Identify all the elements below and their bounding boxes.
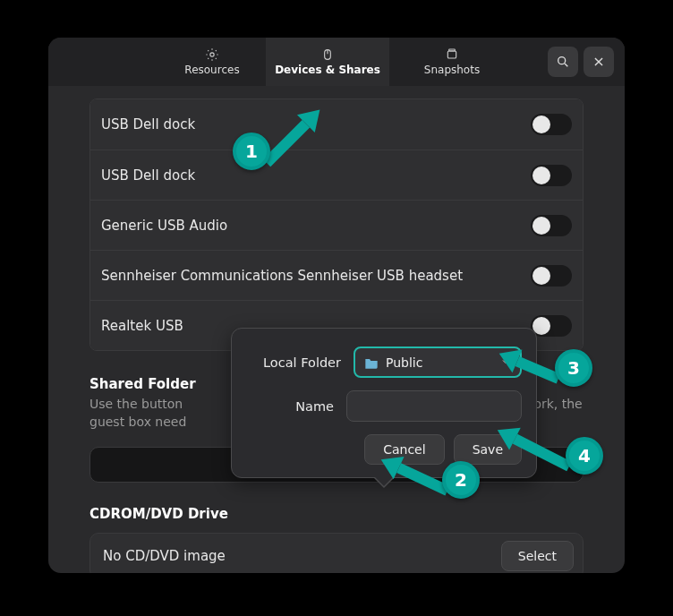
device-name: USB Dell dock bbox=[101, 116, 195, 133]
device-toggle[interactable] bbox=[531, 265, 572, 287]
annotation-bubble-3: 3 bbox=[555, 349, 592, 387]
annotation-bubble-1: 1 bbox=[233, 133, 270, 170]
select-image-button[interactable]: Select bbox=[501, 541, 574, 571]
usb-device-list: USB Dell dock USB Dell dock Generic USB … bbox=[89, 98, 584, 351]
annotation-bubble-2: 2 bbox=[442, 461, 480, 499]
tab-label: Snapshots bbox=[424, 64, 480, 76]
svg-line-6 bbox=[565, 64, 567, 66]
tab-devices-shares[interactable]: Devices & Shares bbox=[266, 38, 389, 86]
annotation-bubble-4: 4 bbox=[566, 437, 603, 475]
cdrom-status-text: No CD/DVD image bbox=[103, 548, 226, 564]
device-name: Sennheiser Communications Sennheiser USB… bbox=[101, 268, 463, 284]
device-row: USB Dell dock bbox=[90, 99, 583, 150]
preferences-window: Resources Devices & Shares Snapshots bbox=[48, 38, 625, 573]
device-toggle[interactable] bbox=[531, 165, 572, 186]
close-icon bbox=[592, 56, 605, 68]
local-folder-value: Public bbox=[386, 355, 422, 370]
svg-point-5 bbox=[558, 57, 566, 64]
device-name: USB Dell dock bbox=[101, 167, 195, 184]
header-bar: Resources Devices & Shares Snapshots bbox=[48, 38, 625, 86]
cdrom-row: No CD/DVD image Select bbox=[89, 533, 584, 573]
device-row: USB Dell dock bbox=[90, 150, 583, 200]
tab-label: Devices & Shares bbox=[275, 64, 380, 76]
tab-label: Resources bbox=[184, 64, 239, 76]
mouse-icon bbox=[319, 47, 336, 62]
snapshot-icon bbox=[444, 47, 460, 62]
local-folder-label: Local Folder bbox=[246, 355, 354, 370]
device-row: Generic USB Audio bbox=[90, 200, 583, 250]
name-input[interactable] bbox=[346, 390, 522, 422]
tab-resources[interactable]: Resources bbox=[158, 38, 266, 86]
close-button[interactable] bbox=[584, 47, 614, 77]
device-toggle[interactable] bbox=[531, 315, 572, 337]
svg-rect-4 bbox=[449, 49, 456, 51]
search-button[interactable] bbox=[548, 47, 578, 77]
gear-icon bbox=[204, 47, 220, 62]
device-name: Realtek USB bbox=[101, 318, 183, 334]
search-icon bbox=[556, 55, 570, 69]
folder-icon bbox=[364, 356, 379, 369]
device-row: Sennheiser Communications Sennheiser USB… bbox=[90, 250, 583, 300]
device-toggle[interactable] bbox=[531, 215, 572, 236]
cdrom-title: CDROM/DVD Drive bbox=[89, 506, 584, 522]
name-label: Name bbox=[246, 399, 346, 414]
header-tabs: Resources Devices & Shares Snapshots bbox=[158, 38, 515, 86]
svg-point-0 bbox=[210, 53, 214, 56]
tab-snapshots[interactable]: Snapshots bbox=[389, 38, 515, 86]
device-name: Generic USB Audio bbox=[101, 218, 227, 234]
device-toggle[interactable] bbox=[531, 114, 572, 135]
svg-rect-3 bbox=[447, 51, 456, 58]
